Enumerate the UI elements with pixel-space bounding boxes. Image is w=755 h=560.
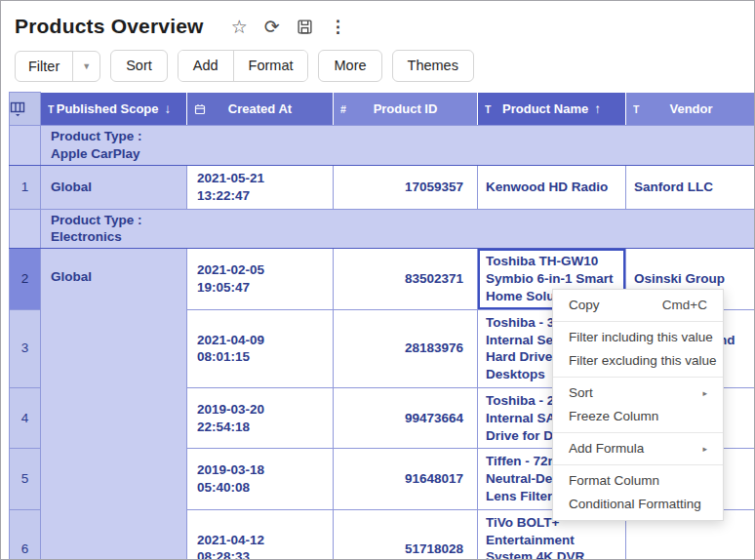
menu-label: Copy (569, 298, 600, 313)
group-row-apple-carplay[interactable]: Product Type : Apple CarPlay (10, 126, 755, 166)
date-line: 2019-03-18 (197, 461, 323, 479)
save-icon[interactable] (297, 19, 313, 35)
time-line: 08:28:33 (197, 548, 323, 560)
table-grid-icon (10, 101, 40, 117)
menu-item-sort[interactable]: Sort ▸ (553, 381, 723, 405)
time-line: 22:54:18 (197, 419, 323, 436)
menu-label: Conditional Formatting (569, 497, 701, 512)
group-row-electronics[interactable]: Product Type : Electronics (10, 209, 755, 249)
title-actions: ☆ ⟳ ⋮ (231, 18, 346, 36)
star-icon[interactable]: ☆ (231, 18, 248, 36)
cell-created-at[interactable]: 2019-03-20 22:54:18 (187, 387, 334, 448)
cell-created-at[interactable]: 2019-03-18 05:40:08 (187, 449, 334, 509)
group-prefix: Product Type : (51, 128, 746, 145)
date-line: 2021-04-12 (197, 532, 323, 549)
column-label: Product Name (502, 101, 588, 116)
sort-asc-icon: ↑ (594, 101, 601, 116)
menu-label: Filter including this value (569, 330, 713, 345)
date-line: 2019-03-20 (197, 401, 323, 419)
column-header-product-name[interactable]: T Product Name↑ (478, 93, 626, 126)
column-label: Product ID (374, 101, 438, 116)
more-button[interactable]: More (318, 50, 381, 82)
row-number[interactable]: 4 (10, 387, 41, 448)
menu-label: Filter excluding this value (569, 353, 717, 369)
menu-item-filter-excluding[interactable]: Filter excluding this value (553, 349, 723, 373)
time-line: 05:40:08 (197, 479, 323, 497)
sort-button[interactable]: Sort (110, 50, 168, 82)
add-format-group: Add Format (178, 50, 309, 82)
cell-product-id[interactable]: 51718028 (334, 509, 478, 560)
menu-separator (553, 377, 723, 378)
group-value: Electronics (51, 228, 746, 246)
context-menu: Copy Cmd+C Filter including this value F… (552, 289, 724, 521)
menu-separator (553, 321, 723, 322)
page-title: Products Overview (15, 15, 204, 38)
cell-created-at[interactable]: 2021-04-09 08:01:15 (187, 309, 334, 387)
text-type-icon: T (48, 103, 54, 115)
submenu-arrow-icon: ▸ (702, 441, 707, 457)
menu-separator (553, 464, 723, 465)
menu-label: Freeze Column (569, 409, 658, 424)
column-label: Published Scope (57, 101, 159, 116)
cell-product-id[interactable]: 17059357 (334, 166, 478, 210)
group-row-number-cell (10, 126, 41, 166)
date-line: 2021-04-09 (197, 332, 323, 349)
cell-created-at[interactable]: 2021-05-21 13:22:47 (187, 166, 334, 210)
text-type-icon: T (485, 103, 491, 115)
row-number[interactable]: 2 (10, 249, 41, 309)
menu-item-filter-including[interactable]: Filter including this value (553, 326, 723, 349)
themes-button[interactable]: Themes (392, 50, 474, 82)
row-number[interactable]: 5 (10, 449, 41, 509)
menu-item-format-column[interactable]: Format Column (553, 469, 723, 493)
group-label-cell: Product Type : Apple CarPlay (41, 126, 755, 166)
cell-product-id[interactable]: 99473664 (334, 387, 478, 448)
menu-item-freeze-column[interactable]: Freeze Column (553, 405, 723, 428)
group-value: Apple CarPlay (51, 145, 746, 163)
cell-published-scope[interactable]: Global (41, 166, 187, 210)
title-bar: Products Overview ☆ ⟳ ⋮ (1, 1, 754, 40)
menu-item-add-formula[interactable]: Add Formula ▸ (553, 437, 723, 460)
row-number[interactable]: 6 (10, 509, 41, 560)
cell-vendor[interactable]: Sanford LLC (626, 166, 755, 210)
calendar-icon (194, 103, 206, 115)
table-row: 1 Global 2021-05-21 13:22:47 17059357 Ke… (10, 166, 755, 210)
row-number[interactable]: 1 (10, 166, 41, 210)
toolbar: Filter ▼ Sort Add Format More Themes (1, 40, 754, 92)
cell-product-id[interactable]: 83502371 (334, 249, 478, 309)
text-type-icon: T (633, 103, 639, 115)
add-button[interactable]: Add (179, 51, 233, 81)
date-line: 2021-02-05 (197, 261, 323, 279)
format-button[interactable]: Format (233, 51, 308, 81)
group-prefix: Product Type : (51, 212, 746, 229)
menu-separator (553, 432, 723, 433)
cell-created-at[interactable]: 2021-04-12 08:28:33 (187, 509, 334, 560)
cell-published-scope-merged[interactable]: Global (41, 249, 187, 560)
time-line: 19:05:47 (197, 279, 323, 297)
cell-product-id[interactable]: 28183976 (334, 309, 478, 387)
column-header-product-id[interactable]: # Product ID (334, 93, 478, 126)
cell-product-id[interactable]: 91648017 (334, 449, 478, 509)
kebab-menu-icon[interactable]: ⋮ (330, 19, 346, 35)
column-header-vendor[interactable]: T Vendor (626, 93, 755, 126)
row-number[interactable]: 3 (10, 309, 41, 387)
filter-split-button: Filter ▼ (15, 51, 100, 82)
menu-item-conditional-formatting[interactable]: Conditional Formatting (553, 493, 723, 516)
group-label-cell: Product Type : Electronics (41, 209, 755, 249)
submenu-arrow-icon: ▸ (702, 385, 707, 401)
menu-label: Sort (569, 385, 593, 401)
select-all-corner[interactable] (10, 93, 41, 126)
filter-caret-icon[interactable]: ▼ (72, 52, 99, 81)
column-header-created-at[interactable]: Created At (187, 93, 334, 126)
sort-desc-icon: ↓ (165, 101, 172, 116)
menu-label: Add Formula (569, 441, 644, 457)
column-header-published-scope[interactable]: T Published Scope↓ (41, 93, 187, 126)
cell-created-at[interactable]: 2021-02-05 19:05:47 (187, 249, 334, 309)
cell-product-name[interactable]: Kenwood HD Radio (478, 166, 626, 210)
refresh-icon[interactable]: ⟳ (264, 18, 280, 36)
date-line: 2021-05-21 (197, 170, 323, 187)
filter-button[interactable]: Filter (16, 52, 72, 81)
menu-item-copy[interactable]: Copy Cmd+C (553, 294, 723, 317)
app-window: Products Overview ☆ ⟳ ⋮ Filter ▼ Sort Ad… (0, 0, 755, 560)
time-line: 08:01:15 (197, 348, 323, 366)
menu-label: Format Column (569, 473, 659, 489)
